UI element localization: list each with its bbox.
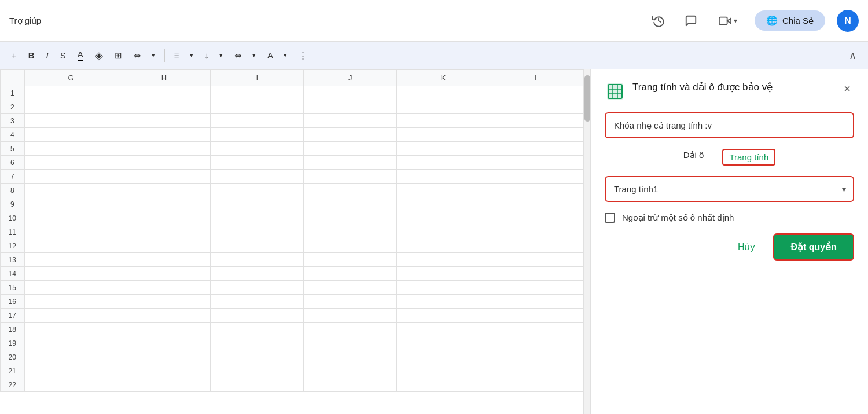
cell[interactable] (24, 100, 117, 114)
cell[interactable] (24, 225, 117, 239)
cell[interactable] (304, 114, 397, 128)
cell[interactable] (24, 114, 117, 128)
valign-button[interactable]: ↓ (200, 48, 214, 63)
cell[interactable] (397, 336, 490, 350)
cell[interactable] (211, 253, 304, 267)
cell[interactable] (117, 128, 211, 142)
col-header-g[interactable]: G (24, 70, 117, 86)
cell[interactable] (211, 128, 304, 142)
bold-button[interactable]: B (24, 48, 39, 63)
cell[interactable] (117, 378, 211, 392)
meet-button[interactable]: ▾ (713, 11, 743, 31)
cell[interactable] (490, 197, 583, 211)
cell[interactable] (397, 225, 490, 239)
comment-button[interactable] (681, 10, 701, 31)
align-dropdown[interactable]: ▾ (185, 49, 198, 61)
cell[interactable] (117, 364, 211, 378)
cell[interactable] (117, 86, 211, 100)
cell[interactable] (304, 323, 397, 336)
close-panel-button[interactable]: × (840, 81, 854, 97)
cell[interactable] (397, 378, 490, 392)
cell[interactable] (24, 170, 117, 184)
cell[interactable] (397, 350, 490, 364)
vertical-scrollbar[interactable] (583, 69, 590, 414)
chia-se-button[interactable]: 🌐 Chia Sẻ (755, 10, 825, 31)
cell[interactable] (397, 170, 490, 184)
cell[interactable] (304, 281, 397, 295)
cell[interactable] (304, 197, 397, 211)
cell[interactable] (397, 197, 490, 211)
avatar[interactable]: N (837, 10, 859, 32)
cell[interactable] (24, 128, 117, 142)
font-color-button[interactable]: A (73, 47, 88, 64)
dat-quyen-button[interactable]: Đặt quyền (773, 233, 854, 261)
col-header-j[interactable]: J (304, 70, 397, 86)
cell[interactable] (117, 253, 211, 267)
cell[interactable] (397, 309, 490, 323)
cell[interactable] (490, 309, 583, 323)
italic-button[interactable]: I (42, 48, 53, 63)
cell[interactable] (304, 86, 397, 100)
cell[interactable] (397, 267, 490, 281)
highlight-button[interactable]: ◈ (90, 47, 108, 64)
scrollbar-thumb[interactable] (584, 75, 590, 122)
rotate-button[interactable]: A (263, 48, 278, 63)
cell[interactable] (211, 211, 304, 225)
wrap-dropdown[interactable]: ▾ (248, 49, 260, 61)
cell[interactable] (211, 336, 304, 350)
cell[interactable] (304, 378, 397, 392)
cell[interactable] (24, 197, 117, 211)
cell[interactable] (117, 225, 211, 239)
cell[interactable] (397, 281, 490, 295)
cell[interactable] (117, 114, 211, 128)
cell[interactable] (304, 225, 397, 239)
wrap-button[interactable]: ⇔ (230, 48, 247, 63)
cell[interactable] (490, 225, 583, 239)
cell[interactable] (397, 114, 490, 128)
cell[interactable] (490, 100, 583, 114)
cell[interactable] (211, 364, 304, 378)
cell[interactable] (211, 86, 304, 100)
cell[interactable] (117, 239, 211, 253)
cell[interactable] (211, 323, 304, 336)
cell[interactable] (397, 323, 490, 336)
cell[interactable] (397, 100, 490, 114)
cell[interactable] (24, 350, 117, 364)
cell[interactable] (24, 156, 117, 170)
borders-button[interactable]: ⊞ (110, 48, 127, 63)
rotate-dropdown[interactable]: ▾ (279, 49, 292, 61)
cell[interactable] (24, 295, 117, 309)
cell[interactable] (304, 142, 397, 156)
cell[interactable] (117, 184, 211, 197)
cell[interactable] (304, 253, 397, 267)
cell[interactable] (490, 114, 583, 128)
cell[interactable] (397, 239, 490, 253)
cell[interactable] (24, 211, 117, 225)
cell[interactable] (397, 295, 490, 309)
cell[interactable] (490, 156, 583, 170)
cell[interactable] (397, 128, 490, 142)
cell[interactable] (304, 336, 397, 350)
cell[interactable] (24, 323, 117, 336)
cell[interactable] (24, 281, 117, 295)
cell[interactable] (211, 267, 304, 281)
cell[interactable] (490, 170, 583, 184)
cell[interactable] (304, 100, 397, 114)
cell[interactable] (490, 323, 583, 336)
cell[interactable] (211, 142, 304, 156)
cell[interactable] (490, 295, 583, 309)
cell[interactable] (24, 309, 117, 323)
align-button[interactable]: ≡ (170, 48, 184, 63)
more-options-button[interactable]: ⋮ (294, 48, 312, 63)
cell[interactable] (490, 239, 583, 253)
cell[interactable] (490, 86, 583, 100)
cell[interactable] (117, 323, 211, 336)
cell[interactable] (24, 86, 117, 100)
cell[interactable] (24, 267, 117, 281)
cell[interactable] (490, 253, 583, 267)
cell[interactable] (24, 239, 117, 253)
cell[interactable] (490, 267, 583, 281)
cell[interactable] (490, 211, 583, 225)
cell[interactable] (397, 211, 490, 225)
merge-dropdown[interactable]: ▾ (147, 49, 160, 61)
